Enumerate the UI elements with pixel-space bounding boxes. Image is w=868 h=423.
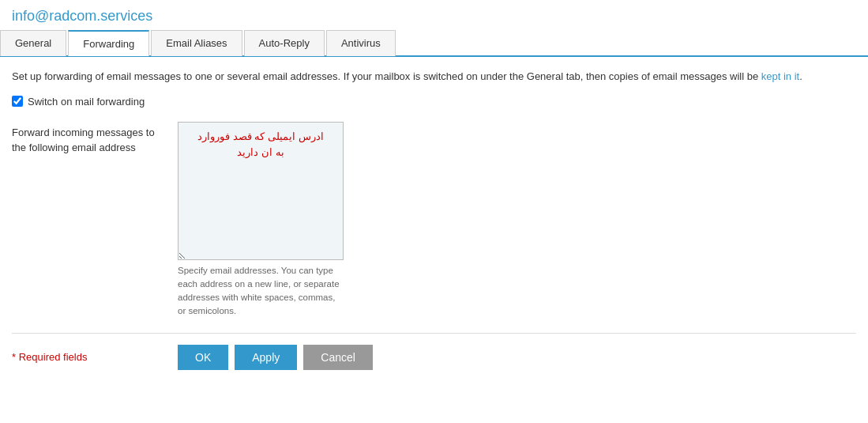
tab-forwarding[interactable]: Forwarding <box>68 30 149 56</box>
field-hint: Specify email addresses. You can type ea… <box>178 264 344 319</box>
info-text: Set up forwarding of email messages to o… <box>12 69 856 85</box>
info-text-after-link: . <box>799 70 802 82</box>
forward-address-label: Forward incoming messages to the followi… <box>12 122 178 156</box>
form-label-line2: the following email address <box>12 142 136 153</box>
kept-in-it-link[interactable]: kept in it <box>761 70 799 82</box>
email-title[interactable]: info@radcom.services <box>12 8 152 24</box>
tab-email-aliases[interactable]: Email Aliases <box>151 30 242 56</box>
info-text-before-link: Set up forwarding of email messages to o… <box>12 70 761 82</box>
required-asterisk: * Required fields <box>12 351 87 363</box>
page-header: info@radcom.services <box>0 0 868 29</box>
main-content: Set up forwarding of email messages to o… <box>0 57 868 382</box>
divider <box>12 333 856 334</box>
switch-forwarding-label[interactable]: Switch on mail forwarding <box>28 96 145 108</box>
forward-address-row: Forward incoming messages to the followi… <box>12 122 856 319</box>
email-address-textarea[interactable]: ادرس ایمیلی که قصد فوروارد به ان دارید <box>178 122 344 260</box>
tab-auto-reply[interactable]: Auto-Reply <box>244 30 325 56</box>
switch-forwarding-row: Switch on mail forwarding <box>12 96 856 108</box>
required-fields-label: * Required fields <box>12 351 178 363</box>
cancel-button[interactable]: Cancel <box>303 345 373 370</box>
tab-general[interactable]: General <box>0 30 66 56</box>
ok-button[interactable]: OK <box>178 345 228 370</box>
forward-address-field: ادرس ایمیلی که قصد فوروارد به ان دارید S… <box>178 122 344 319</box>
tab-antivirus[interactable]: Antivirus <box>326 30 396 56</box>
apply-button[interactable]: Apply <box>235 345 297 370</box>
switch-forwarding-checkbox[interactable] <box>12 96 23 107</box>
action-buttons: OK Apply Cancel <box>178 345 373 370</box>
tab-bar: General Forwarding Email Aliases Auto-Re… <box>0 29 868 57</box>
form-label-line1: Forward incoming messages to <box>12 127 155 138</box>
footer-row: * Required fields OK Apply Cancel <box>12 345 856 370</box>
